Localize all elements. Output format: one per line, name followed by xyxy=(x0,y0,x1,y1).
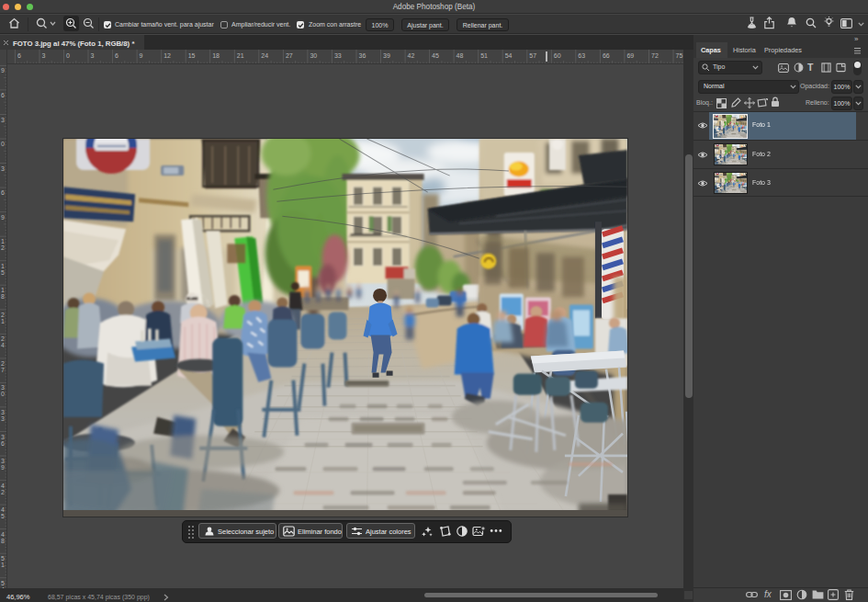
svg-text:69: 69 xyxy=(626,52,634,59)
svg-text:0: 0 xyxy=(1,391,5,397)
svg-text:6: 6 xyxy=(115,52,118,59)
svg-text:15: 15 xyxy=(188,52,196,59)
svg-text:2: 2 xyxy=(1,489,5,495)
svg-text:3: 3 xyxy=(91,52,95,59)
svg-text:9: 9 xyxy=(1,214,5,221)
svg-text:6: 6 xyxy=(1,92,5,98)
svg-text:9: 9 xyxy=(1,67,5,74)
svg-text:3: 3 xyxy=(1,458,5,464)
svg-text:2: 2 xyxy=(1,360,5,367)
svg-text:33: 33 xyxy=(334,52,342,59)
svg-text:9: 9 xyxy=(140,52,143,59)
svg-text:21: 21 xyxy=(237,52,244,59)
svg-text:12: 12 xyxy=(163,52,171,59)
svg-text:6: 6 xyxy=(1,189,5,196)
svg-text:7: 7 xyxy=(1,367,5,373)
svg-text:3: 3 xyxy=(1,165,5,172)
svg-text:0: 0 xyxy=(66,52,70,59)
svg-text:2: 2 xyxy=(1,244,5,251)
svg-text:3: 3 xyxy=(42,52,46,59)
svg-text:5: 5 xyxy=(1,513,5,519)
svg-text:36: 36 xyxy=(359,52,366,59)
svg-text:4: 4 xyxy=(1,531,5,538)
svg-text:1: 1 xyxy=(1,287,5,293)
svg-text:5: 5 xyxy=(1,580,5,586)
svg-text:1: 1 xyxy=(1,238,5,244)
svg-text:66: 66 xyxy=(603,52,610,59)
svg-text:8: 8 xyxy=(1,293,5,300)
svg-text:1: 1 xyxy=(1,263,5,269)
svg-text:4: 4 xyxy=(1,483,5,489)
svg-text:9: 9 xyxy=(1,464,5,471)
svg-text:57: 57 xyxy=(529,52,536,59)
svg-text:24: 24 xyxy=(261,52,268,59)
svg-text:42: 42 xyxy=(408,52,415,59)
svg-text:3: 3 xyxy=(1,384,5,391)
svg-text:48: 48 xyxy=(457,52,464,59)
svg-text:6: 6 xyxy=(1,440,5,447)
svg-text:51: 51 xyxy=(480,52,488,59)
svg-text:27: 27 xyxy=(286,52,293,59)
svg-text:1: 1 xyxy=(1,562,5,568)
svg-text:75: 75 xyxy=(676,52,683,59)
svg-text:54: 54 xyxy=(505,52,513,59)
svg-text:3: 3 xyxy=(1,117,5,123)
svg-text:5: 5 xyxy=(1,269,5,276)
svg-text:2: 2 xyxy=(1,312,5,318)
svg-text:8: 8 xyxy=(1,538,5,544)
svg-text:0: 0 xyxy=(1,141,5,147)
svg-text:6: 6 xyxy=(17,52,21,59)
svg-text:4: 4 xyxy=(1,506,5,513)
svg-text:5: 5 xyxy=(1,555,5,562)
svg-text:60: 60 xyxy=(554,52,561,59)
svg-text:1: 1 xyxy=(1,318,5,324)
svg-text:4: 4 xyxy=(1,342,5,348)
svg-text:39: 39 xyxy=(383,52,390,59)
svg-text:72: 72 xyxy=(651,52,659,59)
svg-text:30: 30 xyxy=(310,52,317,59)
svg-text:2: 2 xyxy=(1,335,5,342)
svg-text:3: 3 xyxy=(1,409,5,415)
svg-text:18: 18 xyxy=(212,52,220,59)
svg-text:3: 3 xyxy=(1,415,5,422)
svg-text:63: 63 xyxy=(578,52,585,59)
svg-text:3: 3 xyxy=(1,434,5,440)
svg-text:45: 45 xyxy=(432,52,439,59)
